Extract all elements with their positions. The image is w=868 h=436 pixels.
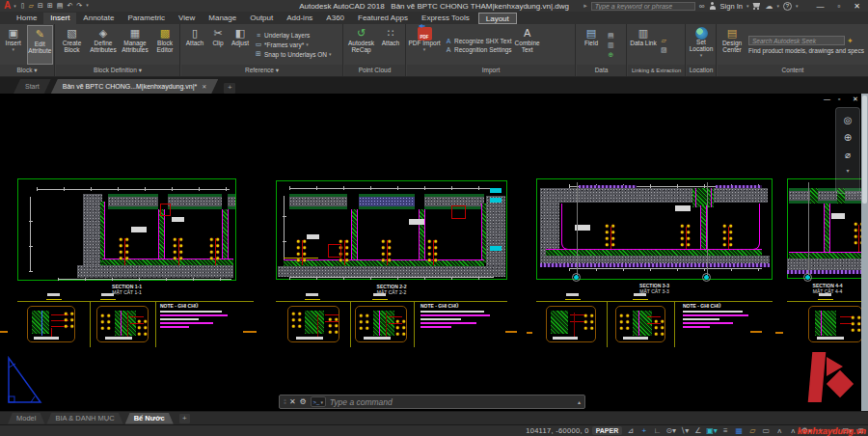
- infocenter-expand-icon[interactable]: ▸: [583, 2, 587, 10]
- recognition-settings-button[interactable]: A Recognition Settings: [445, 46, 512, 53]
- isometric-drafting-icon[interactable]: ∖▾: [679, 426, 690, 436]
- point-cloud-attach-button[interactable]: ∷ Attach: [378, 25, 403, 65]
- autoscale-icon[interactable]: ʌ: [774, 426, 785, 436]
- panel-label-point-cloud[interactable]: Point Cloud: [344, 65, 405, 76]
- cloud-caret-icon[interactable]: ▾: [776, 3, 779, 9]
- ribbon-tab-insert[interactable]: Insert: [43, 13, 76, 24]
- polar-tracking-icon[interactable]: ⊙▾: [665, 426, 676, 436]
- snap-to-underlays-button[interactable]: ⊞ Snap to Underlays ON▾: [255, 50, 332, 58]
- autodesk-seek-search-input[interactable]: [748, 36, 845, 45]
- ribbon-tab-parametric[interactable]: Parametric: [121, 13, 172, 24]
- layout-tab-bia-danh-muc[interactable]: BIA & DANH MỤC: [46, 413, 122, 424]
- ribbon-tab-express-tools[interactable]: Express Tools: [415, 13, 476, 24]
- command-input[interactable]: [330, 397, 574, 407]
- command-close-icon[interactable]: ✕: [289, 397, 296, 406]
- model-space-icon[interactable]: ⊿: [625, 426, 636, 436]
- qat-customize-caret-icon[interactable]: ▾: [86, 2, 89, 10]
- data-mini-icon-3[interactable]: ⊕: [608, 51, 614, 59]
- transparency-icon[interactable]: ▦: [734, 426, 745, 436]
- plot-icon[interactable]: ▤: [57, 2, 64, 10]
- ribbon-tab-annotate[interactable]: Annotate: [76, 13, 121, 24]
- file-tab-start[interactable]: Start: [14, 79, 51, 94]
- adjust-button[interactable]: ◧ Adjust: [229, 25, 252, 65]
- steering-wheel-icon[interactable]: ◎: [844, 115, 853, 125]
- linking-mini-icon-2[interactable]: ▨: [661, 46, 667, 54]
- redo-icon[interactable]: ↷: [76, 2, 82, 10]
- command-expand-icon[interactable]: ▴: [578, 398, 581, 405]
- app-menu-caret-icon[interactable]: ▾: [14, 3, 16, 9]
- annotation-visibility-icon[interactable]: ▭: [761, 426, 772, 436]
- panel-label-block[interactable]: Block ▾: [0, 65, 54, 76]
- drawing-restore-button[interactable]: ▫: [838, 95, 840, 102]
- ribbon-tab-a360[interactable]: A360: [319, 13, 351, 24]
- manage-attributes-button[interactable]: ▦ Manage Attributes: [120, 25, 150, 65]
- close-button[interactable]: ✕: [849, 2, 865, 11]
- navbar-caret-icon[interactable]: ▾: [846, 167, 849, 174]
- data-mini-icon-1[interactable]: ▤: [608, 32, 614, 40]
- drawing-minimize-button[interactable]: —: [824, 95, 830, 102]
- new-drawing-tab-button[interactable]: +: [224, 83, 235, 94]
- attach-button[interactable]: ▯ Attach: [182, 25, 207, 65]
- ribbon-tab-output[interactable]: Output: [243, 13, 280, 24]
- panel-label-block-definition[interactable]: Block Definition ▾: [56, 65, 179, 76]
- autodesk-recap-button[interactable]: ↺ Autodesk ReCap: [345, 25, 377, 65]
- new-file-icon[interactable]: ▯: [21, 2, 25, 10]
- app-store-cart-icon[interactable]: [752, 3, 761, 10]
- panel-label-reference[interactable]: Reference ▾: [181, 65, 342, 76]
- snap-mode-icon[interactable]: +: [638, 426, 649, 436]
- linking-mini-icon-1[interactable]: ▱: [661, 37, 667, 44]
- object-snap-icon[interactable]: ▣▾: [706, 426, 718, 436]
- open-file-icon[interactable]: ▱: [29, 2, 34, 10]
- ribbon-tab-layout[interactable]: Layout: [478, 13, 517, 24]
- define-attributes-button[interactable]: ◈ Define Attributes: [88, 25, 119, 65]
- panel-label-location[interactable]: Location: [687, 65, 716, 76]
- combine-text-button[interactable]: A Combine Text: [513, 25, 542, 65]
- new-layout-button[interactable]: +: [179, 414, 190, 423]
- edit-attribute-button[interactable]: ✎ Edit Attribute: [27, 25, 54, 65]
- ribbon-tab-addins[interactable]: Add-ins: [280, 13, 319, 24]
- save-icon[interactable]: ⊟: [38, 2, 43, 10]
- recognize-shx-text-button[interactable]: A Recognize SHX Text: [445, 38, 512, 44]
- design-center-button[interactable]: ▤ Design Center: [719, 25, 746, 65]
- maximize-button[interactable]: ▫: [832, 2, 845, 11]
- lineweight-icon[interactable]: ≡: [720, 426, 731, 436]
- zoom-icon[interactable]: ⌀: [845, 150, 851, 160]
- panel-label-content[interactable]: Content: [718, 65, 868, 76]
- undo-icon[interactable]: ↶: [67, 2, 72, 10]
- frames-vary-button[interactable]: ▭ *Frames vary*▾: [255, 41, 332, 48]
- set-location-button[interactable]: Set Location▾: [688, 25, 715, 65]
- selection-cycling-icon[interactable]: ▱: [747, 426, 758, 436]
- block-editor-button[interactable]: ▩ Block Editor: [151, 25, 178, 65]
- sign-in-caret-icon[interactable]: ▾: [746, 3, 749, 9]
- data-mini-icon-2[interactable]: ▥: [608, 41, 614, 49]
- field-button[interactable]: ▤ Field: [578, 25, 605, 65]
- autocad-logo-icon[interactable]: A: [4, 1, 11, 11]
- sign-in-button[interactable]: Sign In: [720, 2, 743, 11]
- create-block-button[interactable]: ▧ Create Block: [57, 25, 87, 65]
- save-as-icon[interactable]: ⊞: [47, 2, 53, 10]
- scrollbar-thumb[interactable]: [862, 95, 867, 204]
- recent-commands-button[interactable]: >_▾: [311, 396, 326, 407]
- file-tab-close-icon[interactable]: ✕: [202, 83, 206, 90]
- search-binoculars-icon[interactable]: ∞: [699, 2, 705, 11]
- ribbon-tab-view[interactable]: View: [172, 13, 202, 24]
- infocenter-search-input[interactable]: [591, 2, 695, 11]
- ribbon-tab-manage[interactable]: Manage: [202, 13, 243, 24]
- file-tab-active-drawing[interactable]: Bản vẽ BPTC CHONG...M|kenhxaydung.vn|* ✕: [51, 79, 218, 94]
- panel-label-linking[interactable]: Linking & Extraction: [628, 65, 685, 76]
- pan-icon[interactable]: ⊕: [844, 132, 852, 143]
- help-caret-icon[interactable]: ▾: [796, 3, 799, 9]
- pdf-import-button[interactable]: PDF PDF Import▾: [408, 25, 441, 65]
- panel-label-import[interactable]: Import: [407, 65, 575, 76]
- ortho-icon[interactable]: ∟: [652, 426, 663, 436]
- customize-wrench-icon[interactable]: ⚙: [300, 397, 307, 406]
- a360-cloud-icon[interactable]: ☁: [765, 2, 773, 11]
- ribbon-tab-home[interactable]: Home: [10, 13, 43, 24]
- paper-space-button[interactable]: PAPER: [592, 426, 623, 435]
- help-icon[interactable]: ?: [783, 2, 792, 11]
- panel-label-data[interactable]: Data: [577, 65, 626, 76]
- layout-tab-be-nuoc[interactable]: Bể Nước: [125, 413, 174, 424]
- ribbon-tab-featured-apps[interactable]: Featured Apps: [351, 13, 415, 24]
- insert-button[interactable]: ▣ Insert▾: [1, 25, 26, 65]
- command-grip-handle[interactable]: ⁞⁞: [284, 398, 285, 405]
